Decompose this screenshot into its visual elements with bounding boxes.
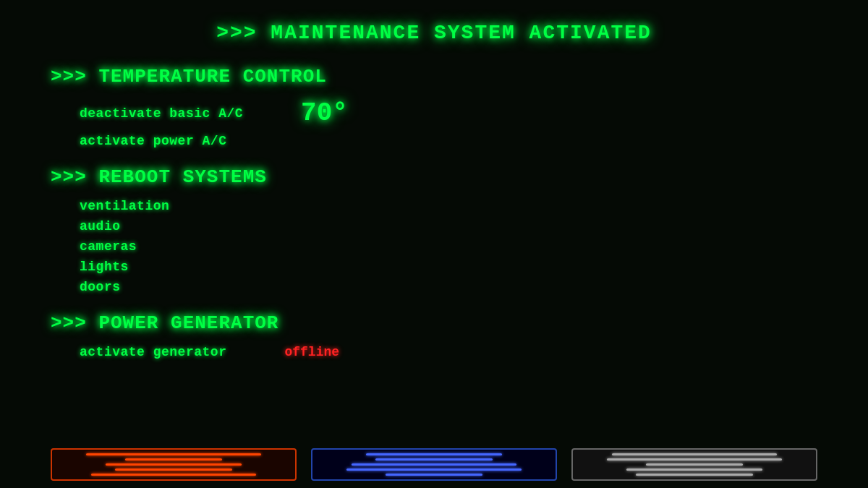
red-bar-lines (77, 453, 271, 476)
red-line-2 (125, 458, 222, 461)
gray-line-1 (612, 453, 777, 455)
section-power: >>> POWER GENERATOR activate generator o… (43, 312, 825, 359)
bar-widget-gray[interactable] (571, 448, 817, 481)
gray-line-4 (626, 468, 762, 471)
section-reboot: >>> REBOOT SYSTEMS ventilation audio cam… (43, 166, 825, 294)
gray-line-5 (636, 474, 752, 476)
red-line-4 (115, 468, 231, 471)
red-line-1 (86, 453, 261, 455)
bottom-bars (0, 441, 868, 488)
item-row-lights: lights (80, 260, 825, 274)
gray-bar-lines (597, 453, 792, 476)
item-row-activate-ac: activate power A/C (80, 134, 825, 148)
blue-bar-lines (337, 453, 532, 476)
reboot-cameras-button[interactable]: cameras (80, 239, 137, 254)
temperature-header: >>> TEMPERATURE CONTROL (51, 66, 825, 87)
gray-line-3 (646, 463, 743, 466)
item-row-ventilation: ventilation (80, 199, 825, 213)
activate-generator-button[interactable]: activate generator (80, 345, 226, 359)
bar-widget-blue[interactable] (311, 448, 557, 481)
red-line-3 (106, 463, 242, 466)
bar-widget-red[interactable] (51, 448, 297, 481)
item-row-cameras: cameras (80, 239, 825, 254)
power-header: >>> POWER GENERATOR (51, 312, 825, 334)
temperature-display: 70° (301, 98, 348, 128)
red-line-5 (91, 474, 256, 476)
main-title: >>> MAINTENANCE SYSTEM ACTIVATED (43, 22, 825, 44)
reboot-doors-button[interactable]: doors (80, 280, 121, 294)
activate-power-ac-button[interactable]: activate power A/C (80, 134, 226, 148)
reboot-header: >>> REBOOT SYSTEMS (51, 166, 825, 188)
section-temperature: >>> TEMPERATURE CONTROL deactivate basic… (43, 66, 825, 148)
blue-line-1 (366, 453, 502, 455)
item-row-doors: doors (80, 280, 825, 294)
item-row-generator: activate generator offline (80, 345, 825, 359)
main-content: >>> MAINTENANCE SYSTEM ACTIVATED >>> TEM… (0, 0, 868, 392)
deactivate-basic-ac-button[interactable]: deactivate basic A/C (80, 106, 243, 121)
item-row-audio: audio (80, 219, 825, 234)
blue-line-5 (386, 474, 482, 476)
reboot-lights-button[interactable]: lights (80, 260, 129, 274)
blue-line-3 (352, 463, 516, 466)
reboot-audio-button[interactable]: audio (80, 219, 121, 234)
blue-line-2 (375, 458, 492, 461)
reboot-ventilation-button[interactable]: ventilation (80, 199, 169, 213)
item-row-deactivate-ac: deactivate basic A/C 70° (80, 98, 825, 128)
gray-line-2 (607, 458, 782, 461)
blue-line-4 (346, 468, 522, 471)
generator-status: offline (284, 345, 339, 359)
